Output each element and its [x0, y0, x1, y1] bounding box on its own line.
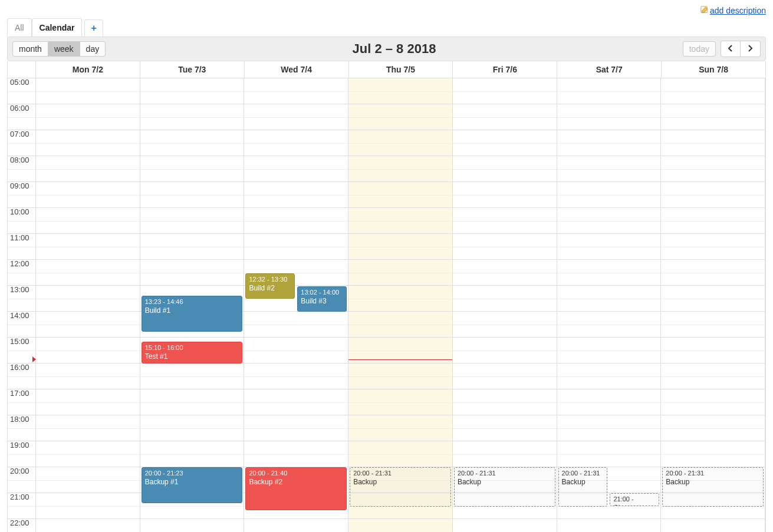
- calendar-event[interactable]: 15:10 - 16:00Test #1: [142, 342, 243, 364]
- day-column[interactable]: 20:00 - 21:31Backup21:00 - Cleanup: [557, 78, 662, 532]
- tab-bar: All Calendar +: [7, 18, 766, 37]
- hour-label: 05:00: [10, 78, 29, 87]
- day-header: Mon 7/2: [36, 61, 140, 78]
- view-day-button[interactable]: day: [80, 41, 106, 57]
- hour-label: 14:00: [10, 311, 29, 320]
- tab-add[interactable]: +: [84, 19, 103, 37]
- hour-label: 07:00: [10, 130, 29, 138]
- day-columns: 13:23 - 14:46Build #115:10 - 16:00Test #…: [36, 78, 765, 532]
- tab-calendar[interactable]: Calendar: [32, 18, 83, 37]
- calendar-event[interactable]: 20:00 - 21:31Backup: [350, 467, 451, 507]
- event-time: 20:00 - 21:23: [145, 470, 239, 478]
- event-time: 20:00 - 21:31: [458, 470, 552, 478]
- hour-label: 16:00: [10, 363, 29, 372]
- next-button[interactable]: [741, 41, 761, 57]
- hour-label: 17:00: [10, 389, 29, 398]
- day-column[interactable]: [36, 78, 140, 532]
- day-header: Sat 7/7: [557, 61, 662, 78]
- event-title: Backup: [666, 478, 760, 487]
- hour-label: 08:00: [10, 156, 29, 164]
- edit-icon: [700, 6, 709, 16]
- calendar-grid: Mon 7/2Tue 7/3Wed 7/4Thu 7/5Fri 7/6Sat 7…: [7, 61, 766, 532]
- hour-label: 11:00: [10, 233, 29, 242]
- day-header: Thu 7/5: [349, 61, 453, 78]
- add-description-label: add description: [710, 6, 766, 15]
- hour-label: 10:00: [10, 207, 29, 216]
- hour-label: 19:00: [10, 441, 29, 450]
- event-title: Backup: [458, 478, 552, 487]
- day-column[interactable]: 20:00 - 21:31Backup: [661, 78, 765, 532]
- day-header: Sun 7/8: [662, 61, 765, 78]
- calendar-event[interactable]: 13:02 - 14:00Build #3: [297, 286, 347, 312]
- day-column[interactable]: 20:00 - 21:31Backup: [453, 78, 557, 532]
- event-title: Backup #2: [249, 478, 343, 487]
- event-time: 20:00 - 21:31: [353, 470, 448, 478]
- event-time: 20:00 - 21:31: [562, 470, 604, 478]
- hour-label: 22:00: [10, 518, 29, 527]
- date-range-title: Jul 2 – 8 2018: [353, 41, 436, 57]
- calendar-event[interactable]: 13:23 - 14:46Build #1: [142, 296, 243, 332]
- event-time: 13:23 - 14:46: [145, 298, 239, 306]
- day-column[interactable]: 13:23 - 14:46Build #115:10 - 16:00Test #…: [140, 78, 245, 532]
- tab-all[interactable]: All: [7, 18, 32, 37]
- event-title: Build #3: [301, 297, 343, 306]
- hour-label: 20:00: [10, 467, 29, 475]
- event-title: Backup #1: [145, 478, 239, 487]
- hour-label: 12:00: [10, 259, 29, 268]
- event-title: Backup: [562, 478, 604, 487]
- hour-label: 21:00: [10, 493, 29, 501]
- event-time: 13:02 - 14:00: [301, 289, 343, 297]
- event-time: 20:00 - 21:40: [249, 470, 343, 478]
- hour-label: 18:00: [10, 415, 29, 424]
- calendar-event[interactable]: 12:32 - 13:30Build #2: [245, 273, 295, 299]
- hour-label: 13:00: [10, 285, 29, 294]
- event-time: 12:32 - 13:30: [249, 276, 291, 284]
- day-header: Fri 7/6: [453, 61, 557, 78]
- calendar-event[interactable]: 21:00 - Cleanup: [610, 493, 659, 506]
- axis-spacer: [8, 61, 36, 78]
- event-title: Build #1: [145, 306, 239, 315]
- chevron-right-icon: [747, 45, 753, 54]
- event-title: Backup: [353, 478, 448, 487]
- day-column[interactable]: 12:32 - 13:30Build #213:02 - 14:00Build …: [244, 78, 348, 532]
- event-time: 20:00 - 21:31: [666, 470, 760, 478]
- day-header-row: Mon 7/2Tue 7/3Wed 7/4Thu 7/5Fri 7/6Sat 7…: [8, 61, 765, 78]
- event-time: 15:10 - 16:00: [145, 344, 239, 352]
- view-switch: month week day: [12, 41, 106, 57]
- add-description-link[interactable]: add description: [700, 6, 766, 16]
- hour-label: 15:00: [10, 337, 29, 346]
- calendar-event[interactable]: 20:00 - 21:40Backup #2: [245, 467, 347, 510]
- calendar-event[interactable]: 20:00 - 21:23Backup #1: [142, 467, 243, 503]
- calendar-toolbar: month week day Jul 2 – 8 2018 today: [7, 37, 766, 61]
- calendar-event[interactable]: 20:00 - 21:31Backup: [558, 467, 608, 507]
- hour-label: 09:00: [10, 181, 29, 190]
- event-title: Build #2: [249, 284, 291, 293]
- view-week-button[interactable]: week: [48, 41, 80, 57]
- day-header: Tue 7/3: [140, 61, 245, 78]
- hour-label: 06:00: [10, 104, 29, 113]
- event-label: 21:00 - Cleanup: [613, 495, 656, 506]
- today-button[interactable]: today: [683, 41, 716, 57]
- event-title: Test #1: [145, 352, 239, 361]
- time-axis: 05:0006:0007:0008:0009:0010:0011:0012:00…: [8, 78, 36, 532]
- calendar-event[interactable]: 20:00 - 21:31Backup: [454, 467, 555, 507]
- day-column[interactable]: 20:00 - 21:31Backup: [348, 78, 453, 532]
- day-header: Wed 7/4: [245, 61, 349, 78]
- calendar-event[interactable]: 20:00 - 21:31Backup: [662, 467, 764, 507]
- view-month-button[interactable]: month: [12, 41, 48, 57]
- chevron-left-icon: [728, 45, 733, 54]
- prev-button[interactable]: [721, 41, 741, 57]
